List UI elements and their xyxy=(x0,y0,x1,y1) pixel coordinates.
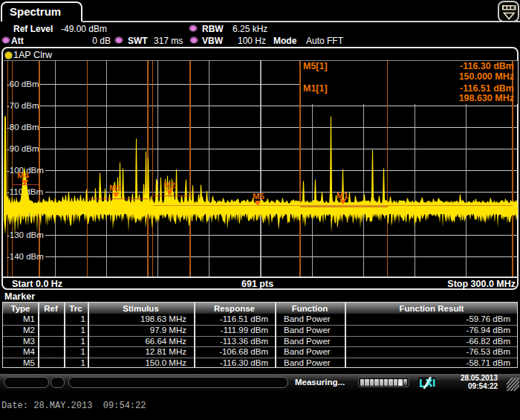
svg-text:-140 dBm: -140 dBm xyxy=(7,252,44,261)
svg-text:M2: M2 xyxy=(163,181,175,190)
svg-text:198.630 MHz: 198.630 MHz xyxy=(459,93,514,103)
svg-text:M5[1]: M5[1] xyxy=(303,61,328,71)
svg-text:M1[1]: M1[1] xyxy=(303,83,328,94)
svg-text:M4: M4 xyxy=(17,171,30,180)
svg-text:-60 dBm: -60 dBm xyxy=(7,80,39,88)
svg-text:-90 dBm: -90 dBm xyxy=(7,144,39,153)
svg-text:-80 dBm: -80 dBm xyxy=(7,123,39,132)
svg-text:-70 dBm: -70 dBm xyxy=(7,101,39,110)
svg-text:-116.51 dBm: -116.51 dBm xyxy=(460,83,514,94)
svg-text:-116.30 dBm: -116.30 dBm xyxy=(460,61,514,71)
svg-text:150.000 MHz: 150.000 MHz xyxy=(459,71,514,82)
svg-text:-130 dBm: -130 dBm xyxy=(7,230,44,239)
svg-text:M3: M3 xyxy=(109,184,121,193)
svg-text:M5: M5 xyxy=(253,192,265,201)
svg-text:M1: M1 xyxy=(337,191,349,200)
